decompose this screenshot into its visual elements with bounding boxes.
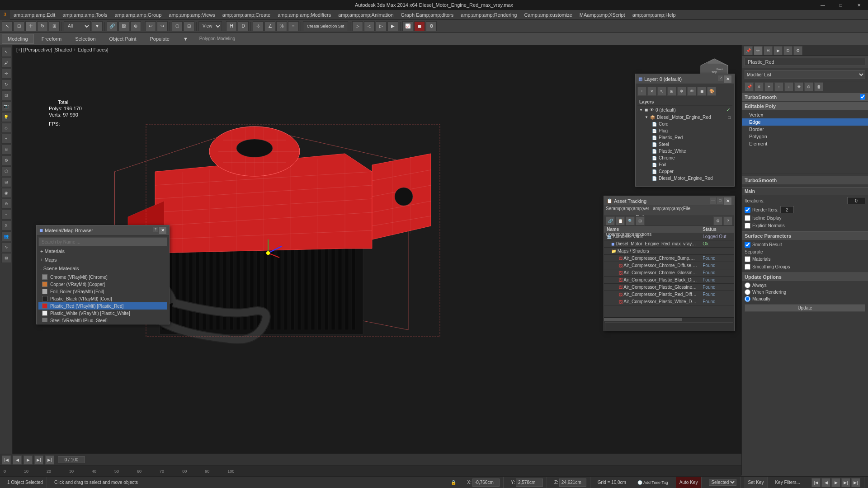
rp-display[interactable]: D — [783, 46, 793, 55]
spinnersnap-btn[interactable]: ≡ — [288, 21, 299, 31]
layers-help-btn[interactable]: ? — [718, 75, 723, 81]
unlink-btn[interactable]: ⛓ — [118, 21, 129, 31]
layer-select[interactable]: ↖ — [657, 87, 666, 96]
asset-max-file-row[interactable]: ◼ Diesel_Motor_Engine_Red_max_vray.max O… — [604, 240, 734, 248]
layer-render[interactable]: ◼ — [697, 87, 706, 96]
tl-play[interactable]: ▶ — [24, 455, 33, 465]
asset-help-btn[interactable]: ? — [723, 216, 732, 225]
menu-graph[interactable]: Graph Eamp;amp;ditors — [397, 11, 458, 19]
display-btn[interactable]: D — [238, 21, 249, 31]
lt-rotate[interactable]: ↻ — [1, 80, 11, 89]
asset-plastic-black-diffuse[interactable]: 🖼 Air_Compressor_Plastic_Black_Diffuse.p… — [604, 277, 734, 284]
layer-all[interactable]: ⊞ — [667, 87, 676, 96]
maximize-button[interactable]: □ — [832, 0, 850, 10]
asset-menu-server[interactable]: Seramp;amp;amp;ver — [606, 206, 649, 211]
lt-spacewarp[interactable]: ≋ — [1, 145, 11, 155]
materials-check[interactable] — [745, 256, 750, 262]
tab-modeling[interactable]: Modeling — [2, 34, 34, 44]
align-btn[interactable]: ⊟ — [184, 21, 194, 31]
redo-btn[interactable]: ↪ — [157, 21, 168, 31]
maps-section[interactable]: Maps — [38, 256, 167, 263]
layer-copper[interactable]: 📄 Copper — [637, 168, 732, 175]
layers-close-btn[interactable]: ✕ — [724, 75, 731, 83]
menu-create[interactable]: amp;amp;amp;Create — [219, 11, 274, 19]
tab-freeform[interactable]: Freeform — [36, 34, 68, 44]
when-rendering-radio[interactable] — [745, 289, 750, 295]
add-modifier[interactable]: + — [764, 82, 774, 91]
lt-move[interactable]: ✛ — [1, 69, 11, 79]
lt-system[interactable]: ⚙ — [1, 155, 11, 165]
mat-chrome[interactable]: Chrome (VRayMtl) [Chrome] — [38, 273, 167, 281]
key-filters-btn[interactable]: Key Filters... — [771, 477, 804, 488]
asset-vault-row[interactable]: 🏦 Autodesk Vault Logged Out — [604, 233, 734, 240]
materials-section[interactable]: Materials — [38, 248, 167, 255]
asset-list-btn[interactable]: 📋 — [616, 216, 625, 225]
tab-populate[interactable]: Populate — [144, 34, 175, 44]
snap-btn[interactable]: ⊹ — [253, 21, 264, 31]
rp-utilities[interactable]: ⚙ — [793, 46, 802, 55]
lt-scale[interactable]: ⊡ — [1, 90, 11, 100]
lt-select[interactable]: ↖ — [1, 47, 11, 57]
scale-btn[interactable]: ⊞ — [49, 21, 60, 31]
rp-hierarchy[interactable]: H — [764, 46, 773, 55]
layer-color[interactable]: 🎨 — [707, 87, 716, 96]
mat-foil[interactable]: Foil_Boiler (VRayMtl) [Foil] — [38, 288, 167, 295]
anglesnap-btn[interactable]: ∠ — [264, 21, 275, 31]
lt-hair[interactable]: ∿ — [1, 242, 11, 252]
rb-start[interactable]: |◀ — [811, 478, 821, 487]
asset-path-input[interactable] — [605, 322, 733, 330]
close-button[interactable]: ✕ — [850, 0, 868, 10]
mirror-btn[interactable]: ⬡ — [172, 21, 183, 31]
asset-maps-folder[interactable]: 📁 Maps / Shaders — [604, 248, 734, 255]
update-button[interactable]: Update — [745, 304, 865, 312]
menu-group[interactable]: amp;amp;amp;Group — [111, 11, 165, 19]
layer-cord[interactable]: 📄 Cord — [637, 121, 732, 127]
editable-poly-modifier[interactable]: Editable Poly — [742, 102, 868, 110]
y-input[interactable] — [516, 479, 543, 487]
lt-paint[interactable]: 🖌 — [1, 58, 11, 68]
curve-editor-btn[interactable]: 📈 — [402, 21, 413, 31]
select-btn[interactable]: ↖ — [2, 21, 13, 31]
mat-plastic-red[interactable]: Plastic_Red (VRayMtl) [Plastic_Red] — [38, 302, 167, 310]
rotate-btn[interactable]: ↻ — [37, 21, 48, 31]
rp-modify[interactable]: ✏ — [754, 46, 763, 55]
lt-camera[interactable]: 📷 — [1, 101, 11, 111]
asset-plastic-red-diffuse[interactable]: 🖼 Air_Compressor_Plastic_Red_Diffuse.png… — [604, 291, 734, 298]
lt-crowd[interactable]: 👥 — [1, 231, 11, 241]
lt-geometry[interactable]: ⬡ — [1, 166, 11, 176]
lt-cloth[interactable]: ⊠ — [1, 253, 11, 263]
turbosmooth-modifier[interactable]: TurboSmooth — [742, 93, 868, 101]
named-sel-btn[interactable]: ▼ — [92, 21, 103, 31]
rb-play[interactable]: ▶ — [831, 478, 840, 487]
trackbar-btn[interactable]: ▷ — [352, 21, 363, 31]
undo-btn[interactable]: ↩ — [145, 21, 156, 31]
tl-end[interactable]: ▶| — [45, 455, 54, 465]
delete-modifier[interactable]: ✕ — [755, 82, 764, 91]
mat-plastic-white[interactable]: Plastic_White (VRayMtl) [Plastic_White] — [38, 310, 167, 317]
render-iters-check[interactable] — [745, 207, 750, 213]
layer-plug[interactable]: 📄 Plug — [637, 127, 732, 134]
asset-minimize[interactable]: — — [710, 197, 716, 204]
menu-rendering[interactable]: amp;amp;amp;Rendering — [457, 11, 520, 19]
modifier-list-dropdown[interactable]: Modifier List — [745, 70, 865, 79]
lt-compound[interactable]: ⊞ — [1, 177, 11, 187]
iterations-input[interactable] — [847, 197, 865, 204]
rb-prev[interactable]: ◀ — [821, 478, 830, 487]
z-input[interactable] — [559, 479, 586, 487]
isoline-check[interactable] — [745, 215, 750, 221]
move-down[interactable]: ↓ — [784, 82, 793, 91]
make-unique[interactable]: ⊘ — [804, 82, 813, 91]
asset-hscrollbar[interactable] — [604, 317, 734, 321]
select-region-btn[interactable]: ⊡ — [14, 21, 24, 31]
asset-find-btn[interactable]: 🔍 — [626, 216, 635, 225]
lt-helper[interactable]: + — [1, 134, 11, 144]
manually-radio[interactable] — [745, 296, 750, 302]
menu-customize[interactable]: Camp;amp;customize — [520, 11, 576, 19]
asset-settings-btn[interactable]: ⚙ — [713, 216, 722, 225]
explicit-check[interactable] — [745, 223, 750, 229]
always-radio[interactable] — [745, 282, 750, 288]
lt-xref[interactable]: X — [1, 221, 11, 230]
asset-close-btn[interactable]: ✕ — [724, 197, 731, 205]
x-input[interactable] — [472, 479, 500, 487]
lt-nurbs[interactable]: ⌁ — [1, 210, 11, 220]
